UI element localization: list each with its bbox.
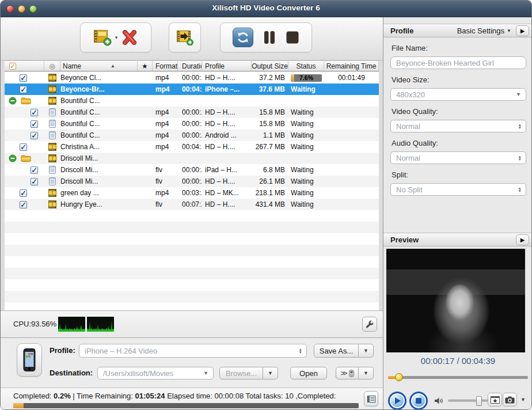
stop-preview-button[interactable] xyxy=(409,392,428,410)
column-header-duration[interactable]: Duration xyxy=(178,61,202,71)
merge-button[interactable] xyxy=(176,30,193,45)
video-size-label: Video Size: xyxy=(392,75,526,84)
table-row[interactable]: Beyonce Cl...mp400:00:...HD – H....37.2 … xyxy=(5,72,379,83)
convert-button[interactable] xyxy=(233,28,253,47)
row-checkbox[interactable] xyxy=(20,74,27,82)
table-row[interactable]: Hungry Eye...flv00:07:...HD – H....431.4… xyxy=(5,199,379,210)
transfer-device-split-button: ≫ xyxy=(336,367,374,379)
settings-wrench-button[interactable] xyxy=(362,317,377,332)
row-duration: 00:07:... xyxy=(178,200,202,208)
video-size-caret-icon xyxy=(516,92,521,97)
transfer-to-device-button[interactable]: ≫ xyxy=(336,367,359,379)
profile-preset-dropdown[interactable]: Basic Settings xyxy=(457,26,511,35)
collapse-toggle[interactable] xyxy=(9,154,17,162)
target-device-button[interactable] xyxy=(17,343,42,377)
column-header-star[interactable]: ★ xyxy=(138,61,153,71)
row-duration: 00:00:... xyxy=(178,120,202,128)
audio-quality-dropdown[interactable]: Normal xyxy=(390,151,526,164)
row-checkbox[interactable] xyxy=(20,189,27,197)
save-as-dropdown-caret[interactable] xyxy=(359,344,374,358)
delete-button[interactable] xyxy=(121,30,138,45)
table-row-group[interactable]: Driscoll Mi... xyxy=(5,153,379,164)
stop-button[interactable] xyxy=(286,31,299,44)
video-quality-stepper-icon xyxy=(518,123,522,129)
row-format: flv xyxy=(153,177,178,185)
film-icon xyxy=(48,154,56,162)
video-size-dropdown[interactable]: 480x320 xyxy=(390,88,526,101)
table-row[interactable]: Bountiful C...mp400:00:...HD – H....15.8… xyxy=(5,107,379,118)
table-row[interactable]: Driscoll Mi...flv00:00:...iPad – H...6.8… xyxy=(5,164,379,176)
preview-video-image xyxy=(386,249,525,352)
row-name: Christina A... xyxy=(60,143,138,151)
row-checkbox[interactable] xyxy=(31,178,38,185)
volume-knob[interactable] xyxy=(476,396,482,406)
row-checkbox[interactable] xyxy=(31,132,38,139)
row-checkbox[interactable] xyxy=(31,109,38,116)
add-file-button[interactable] xyxy=(93,29,112,46)
file-name-value: Beyonce-Broken Hearted Girl xyxy=(391,59,526,67)
table-row[interactable]: Beyonce-Br...mp400:04:...iPhone –...37.6… xyxy=(5,83,379,95)
pause-button[interactable] xyxy=(263,30,276,45)
row-output-size: 37.2 MB xyxy=(252,74,288,82)
add-file-dropdown-caret[interactable]: ▼ xyxy=(114,35,119,40)
table-row[interactable]: Bountiful C...mp400:00:...HD – H....15.8… xyxy=(5,118,379,130)
row-status: Waiting xyxy=(288,85,324,93)
video-quality-value: Normal xyxy=(391,122,518,131)
row-duration: 00:00:... xyxy=(178,74,202,82)
browse-dropdown-caret[interactable] xyxy=(263,367,278,379)
open-button[interactable]: Open xyxy=(290,367,327,379)
row-status-text: Waiting xyxy=(291,177,314,185)
row-progress-bar: 7.6% xyxy=(291,74,322,82)
row-checkbox[interactable] xyxy=(20,86,27,93)
snapshot-dropdown-caret[interactable] xyxy=(520,397,526,403)
save-as-button[interactable]: Save As... xyxy=(314,344,359,358)
column-header-format[interactable]: Format xyxy=(153,61,178,71)
row-output-size: 267.7 MB xyxy=(252,143,288,151)
profile-expand-button[interactable] xyxy=(516,25,529,36)
camera-icon xyxy=(505,396,515,404)
snapshot-manager-button[interactable] xyxy=(488,393,502,407)
column-header-remaining-time[interactable]: Remaining Time xyxy=(324,61,379,71)
row-checkbox[interactable] xyxy=(20,143,27,151)
row-checkbox[interactable] xyxy=(20,201,27,208)
play-button[interactable] xyxy=(388,392,406,410)
table-row-group[interactable]: Bountiful C... xyxy=(5,95,379,107)
file-name-field[interactable]: Beyonce-Broken Hearted Girl xyxy=(390,56,526,69)
select-all-checkbox[interactable] xyxy=(9,63,16,70)
table-row[interactable]: green day ...mp400:03:...HD – MK...218.1… xyxy=(5,187,379,199)
snapshot-button[interactable] xyxy=(503,393,517,407)
split-dropdown[interactable]: No Split xyxy=(390,183,526,196)
column-header-profile[interactable]: Profile xyxy=(202,61,252,71)
collapse-toggle[interactable] xyxy=(9,97,17,105)
row-name: Beyonce-Br... xyxy=(60,85,138,93)
row-checkbox[interactable] xyxy=(31,120,38,128)
seek-bar[interactable] xyxy=(388,373,528,381)
video-quality-dropdown[interactable]: Normal xyxy=(390,120,526,132)
audio-quality-label: Audio Quality: xyxy=(392,139,526,147)
browse-button[interactable]: Browse... xyxy=(219,367,263,379)
column-header-name[interactable]: Name▲ xyxy=(60,61,138,71)
table-row[interactable]: Driscoll Mi...flv00:00:...HD – H....26.1… xyxy=(5,176,379,187)
row-name: Beyonce Cl... xyxy=(60,74,138,82)
transfer-dropdown-caret[interactable] xyxy=(359,367,374,379)
table-row[interactable]: Christina A...mp400:04:...HD – H....267.… xyxy=(5,141,379,153)
folder-icon-wrap xyxy=(21,154,31,162)
column-header-output-size[interactable]: Output Size xyxy=(252,61,288,71)
row-checkbox[interactable] xyxy=(31,166,38,174)
seek-knob[interactable] xyxy=(395,373,403,381)
row-output-size: 15.8 MB xyxy=(252,120,288,128)
row-status: Waiting xyxy=(288,143,324,151)
toolbar-group-convert xyxy=(220,22,312,52)
row-duration: 00:04:... xyxy=(178,85,202,93)
destination-label: Destination: xyxy=(50,369,93,377)
table-row[interactable]: Bountiful C...mp400:00:...Android ...1.1… xyxy=(5,130,379,141)
ipod-icon xyxy=(349,370,354,377)
row-status-text: Waiting xyxy=(291,131,314,139)
output-profile-dropdown[interactable]: iPhone – H.264 Video xyxy=(79,344,307,358)
destination-dropdown[interactable]: /Users/xilisoft/Movies xyxy=(97,367,214,379)
task-log-button[interactable] xyxy=(364,391,378,407)
column-header-status[interactable]: Status xyxy=(288,61,324,71)
preview-expand-button[interactable] xyxy=(516,234,529,245)
profile-fields: File Name: Beyonce-Broken Hearted Girl V… xyxy=(390,38,526,196)
profile-stepper-icon xyxy=(299,348,302,354)
